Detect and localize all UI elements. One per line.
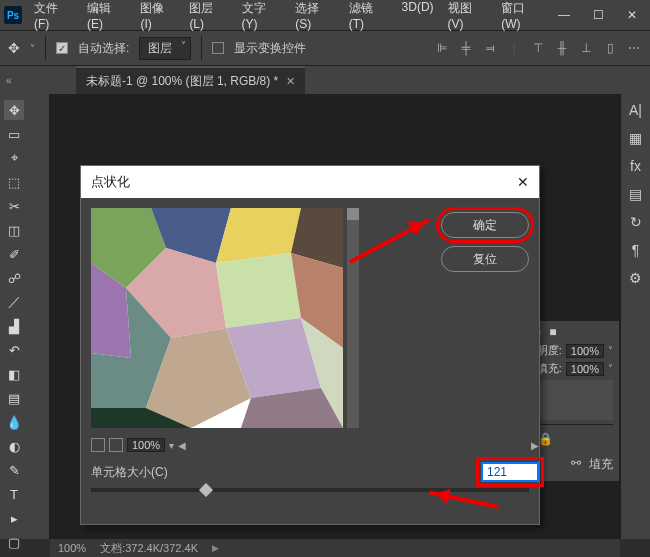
fill-hint: 埴充 [589, 456, 613, 473]
properties-panel-icon[interactable]: ⚙ [629, 270, 642, 286]
move-tool-icon[interactable]: ✥ [8, 40, 20, 56]
cell-size-input[interactable] [481, 462, 539, 482]
window-buttons: — ☐ ✕ [550, 4, 646, 26]
styles-panel-icon[interactable]: fx [630, 158, 641, 174]
eraser-tool[interactable]: ◧ [4, 364, 24, 384]
document-title: 未标题-1 @ 100% (图层 1, RGB/8) * [86, 73, 278, 90]
layer-filter-icon[interactable]: ■ [549, 325, 556, 339]
history-brush-tool[interactable]: ↶ [4, 340, 24, 360]
align-bottom-icon[interactable]: ⊥ [578, 40, 594, 56]
divider [201, 36, 202, 60]
close-button[interactable]: ✕ [618, 4, 646, 26]
svg-marker-6 [216, 253, 301, 328]
minimize-button[interactable]: — [550, 4, 578, 26]
frame-tool[interactable]: ◫ [4, 220, 24, 240]
dropdown-icon[interactable]: ˅ [30, 43, 35, 54]
patch-tool[interactable]: ☍ [4, 268, 24, 288]
status-doc: 文档:372.4K/372.4K [100, 541, 198, 556]
align-icons: ⊫ ╪ ⫤ | ⊤ ╫ ⊥ ▯ ⋯ [434, 40, 642, 56]
cell-size-slider[interactable] [91, 488, 529, 492]
align-right-icon[interactable]: ⫤ [482, 40, 498, 56]
preview-scrollbar[interactable] [347, 208, 359, 428]
pointillize-dialog: 点状化 ✕ [80, 165, 540, 525]
dodge-tool[interactable]: ◐ [4, 436, 24, 456]
character-panel-icon[interactable]: A| [629, 102, 642, 118]
zoom-value[interactable]: 100% [127, 438, 165, 452]
dialog-title: 点状化 [91, 173, 130, 191]
distribute-icon[interactable]: ▯ [602, 40, 618, 56]
ok-button[interactable]: 确定 [441, 212, 529, 238]
fill-value[interactable]: 100% [566, 362, 604, 376]
subheader: « 未标题-1 @ 100% (图层 1, RGB/8) * ✕ [0, 66, 650, 94]
blur-tool[interactable]: 💧 [4, 412, 24, 432]
swatches-panel-icon[interactable]: ▦ [629, 130, 642, 146]
filter-preview[interactable] [91, 208, 343, 428]
status-bar: 100% 文档:372.4K/372.4K ▶ [50, 539, 620, 557]
opacity-value[interactable]: 100% [566, 344, 604, 358]
move-tool[interactable]: ✥ [4, 100, 24, 120]
menu-bar: 文件(F) 编辑(E) 图像(I) 图层(L) 文字(Y) 选择(S) 滤镜(T… [28, 0, 550, 35]
align-top-icon[interactable]: ⊤ [530, 40, 546, 56]
auto-select-checkbox[interactable]: ✓ [56, 42, 68, 54]
next-icon[interactable]: ▶ [531, 440, 539, 451]
show-transform-checkbox[interactable] [212, 42, 224, 54]
cell-size-row: 单元格大小(C) [91, 462, 539, 482]
rectangle-tool[interactable]: ▢ [4, 532, 24, 552]
prev-icon[interactable]: ◀ [178, 440, 186, 451]
options-bar: ✥ ˅ ✓ 自动选择: 图层 显示变换控件 ⊫ ╪ ⫤ | ⊤ ╫ ⊥ ▯ ⋯ [0, 30, 650, 66]
toolbar: ✥ ▭ ⌖ ⬚ ✂ ◫ ✐ ☍ ／ ▟ ↶ ◧ ▤ 💧 ◐ ✎ T ▸ ▢ ✋ … [0, 94, 50, 539]
menu-text[interactable]: 文字(Y) [236, 0, 288, 35]
gradient-tool[interactable]: ▤ [4, 388, 24, 408]
fill-label: 填充: [537, 361, 562, 376]
crop-tool[interactable]: ✂ [4, 196, 24, 216]
menu-file[interactable]: 文件(F) [28, 0, 79, 35]
menu-filter[interactable]: 滤镜(T) [343, 0, 394, 35]
right-panel: A| ▦ fx ▤ ↻ ¶ ⚙ [620, 94, 650, 539]
lasso-tool[interactable]: ⌖ [4, 148, 24, 168]
cell-size-label: 单元格大小(C) [91, 464, 168, 481]
menu-3d[interactable]: 3D(D) [396, 0, 440, 35]
status-zoom[interactable]: 100% [58, 542, 86, 554]
quick-select-tool[interactable]: ⬚ [4, 172, 24, 192]
divider: | [506, 40, 522, 56]
menu-layer[interactable]: 图层(L) [183, 0, 233, 35]
reset-button[interactable]: 复位 [441, 246, 529, 272]
link-layers-icon[interactable]: ⚯ [571, 456, 581, 473]
menu-image[interactable]: 图像(I) [134, 0, 181, 35]
paragraph-panel-icon[interactable]: ¶ [632, 242, 640, 258]
align-left-icon[interactable]: ⊫ [434, 40, 450, 56]
layer-combo[interactable]: 图层 [139, 37, 191, 60]
brush-tool[interactable]: ／ [4, 292, 24, 312]
titlebar: Ps 文件(F) 编辑(E) 图像(I) 图层(L) 文字(Y) 选择(S) 滤… [0, 0, 650, 30]
zoom-fit-icon[interactable] [109, 438, 123, 452]
align-hcenter-icon[interactable]: ╫ [554, 40, 570, 56]
auto-select-label: 自动选择: [78, 40, 129, 57]
marquee-tool[interactable]: ▭ [4, 124, 24, 144]
dialog-close-icon[interactable]: ✕ [517, 174, 529, 190]
menu-edit[interactable]: 编辑(E) [81, 0, 133, 35]
close-tab-icon[interactable]: ✕ [286, 75, 295, 88]
zoom-dropdown-icon[interactable]: ▾ [169, 440, 174, 451]
app-logo: Ps [4, 6, 22, 24]
slider-thumb[interactable] [198, 483, 212, 497]
pen-tool[interactable]: ✎ [4, 460, 24, 480]
menu-view[interactable]: 视图(V) [442, 0, 494, 35]
more-icon[interactable]: ⋯ [626, 40, 642, 56]
stamp-tool[interactable]: ▟ [4, 316, 24, 336]
status-arrow-icon[interactable]: ▶ [212, 543, 219, 553]
menu-window[interactable]: 窗口(W) [495, 0, 550, 35]
menu-select[interactable]: 选择(S) [289, 0, 341, 35]
zoom-out-icon[interactable] [91, 438, 105, 452]
divider [45, 36, 46, 60]
show-transform-label: 显示变换控件 [234, 40, 306, 57]
path-select-tool[interactable]: ▸ [4, 508, 24, 528]
dialog-titlebar[interactable]: 点状化 ✕ [81, 166, 539, 198]
history-panel-icon[interactable]: ↻ [630, 214, 642, 230]
eyedropper-tool[interactable]: ✐ [4, 244, 24, 264]
collapse-toolbar-icon[interactable]: « [0, 75, 16, 86]
adjustments-panel-icon[interactable]: ▤ [629, 186, 642, 202]
align-vcenter-icon[interactable]: ╪ [458, 40, 474, 56]
type-tool[interactable]: T [4, 484, 24, 504]
maximize-button[interactable]: ☐ [584, 4, 612, 26]
document-tab[interactable]: 未标题-1 @ 100% (图层 1, RGB/8) * ✕ [76, 66, 305, 95]
